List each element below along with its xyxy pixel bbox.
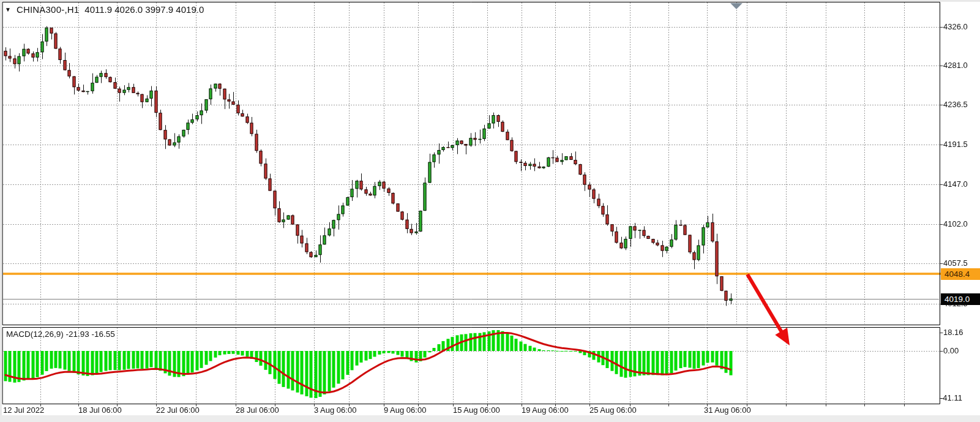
macd-axis-label: 18.16 xyxy=(943,328,963,337)
resistance-line-price-badge: 4048.4 xyxy=(941,268,980,280)
bid-price-badge: 4019.0 xyxy=(941,293,980,305)
symbol-dropdown-icon[interactable]: ▼ xyxy=(5,6,11,13)
price-axis-label: 4326.0 xyxy=(943,22,968,31)
time-axis-label: 25 Aug 06:00 xyxy=(589,405,637,415)
time-axis-label: 22 Jul 06:00 xyxy=(156,405,200,415)
time-axis-label: 18 Jul 06:00 xyxy=(78,405,122,415)
time-axis-label: 31 Aug 06:00 xyxy=(704,405,751,415)
ohlc-values: 4011.9 4026.0 3997.9 4019.0 xyxy=(84,4,204,15)
time-axis-label: 19 Aug 06:00 xyxy=(522,405,569,415)
price-axis-label: 4236.5 xyxy=(943,100,968,109)
time-axis-label: 9 Aug 06:00 xyxy=(384,405,426,415)
time-axis-label: 28 Jul 06:00 xyxy=(236,405,279,415)
time-axis-label: 15 Aug 06:00 xyxy=(453,405,500,415)
macd-indicator-label: MACD(12,26,9) -21.93 -16.55 xyxy=(6,330,115,339)
chart-title: ▼ CHINA300-,H1 4011.9 4026.0 3997.9 4019… xyxy=(5,4,204,15)
time-axis-label: 12 Jul 2022 xyxy=(3,405,44,415)
price-axis-label: 4281.0 xyxy=(943,61,968,70)
price-axis-label: 4147.0 xyxy=(943,179,968,189)
mt4-chart-window: ▼ CHINA300-,H1 4011.9 4026.0 3997.9 4019… xyxy=(0,0,980,422)
price-axis-label: 4057.5 xyxy=(943,258,968,268)
price-chart-canvas[interactable] xyxy=(0,0,980,422)
symbol-period-label: CHINA300-,H1 xyxy=(17,4,79,15)
price-axis-label: 4102.0 xyxy=(943,219,968,228)
time-axis-label: 3 Aug 06:00 xyxy=(314,405,356,415)
macd-axis-label: 0.00 xyxy=(943,346,959,355)
price-axis-label: 4191.5 xyxy=(943,140,968,149)
macd-axis-label: -41.11 xyxy=(940,393,962,402)
